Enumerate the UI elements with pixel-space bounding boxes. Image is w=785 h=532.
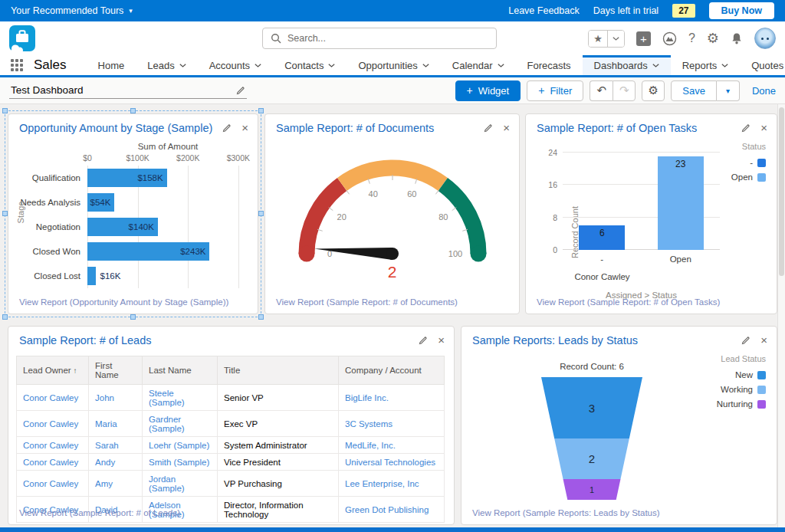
save-dropdown-button[interactable]: ▾ [717,80,740,101]
bar[interactable]: $54K [87,193,114,212]
tab-opportunities[interactable]: Opportunities [347,55,440,75]
tab-calendar[interactable]: Calendar [441,55,516,75]
tab-dashboards[interactable]: Dashboards [583,55,671,75]
legend-item[interactable]: Working [717,385,766,394]
tab-reports[interactable]: Reports [671,55,741,75]
table-cell-link[interactable]: Lee Enterprise, Inc [339,471,445,497]
funnel-segment[interactable]: 1 [541,479,642,500]
column-header[interactable]: Lead Owner ↑ [17,356,89,385]
table-cell-link[interactable]: Conor Cawley [17,437,89,454]
table-cell-link[interactable]: 3C Systems [339,411,445,437]
resize-handle[interactable] [2,314,8,320]
resize-handle[interactable] [2,108,8,113]
undo-button[interactable]: ↶ [590,80,613,101]
view-report-link[interactable]: View Report (Sample Report: # of Open Ta… [537,297,720,307]
bar[interactable]: $158K [87,169,167,187]
widget-number-of-documents[interactable]: Sample Report: # of Documents × 02040608… [264,113,520,314]
view-report-link[interactable]: View Report (Sample Report: # of Leads) [19,508,180,517]
remove-widget-icon[interactable]: × [503,122,510,133]
tab-quotes[interactable]: Quotes [740,55,785,75]
tab-contacts[interactable]: Contacts [273,55,347,75]
view-report-link[interactable]: View Report (Sample Reports: Leads by St… [472,508,660,517]
table-cell-link[interactable]: Gardner (Sample) [143,411,218,437]
column-header[interactable]: First Name [89,356,143,385]
user-avatar[interactable] [754,28,776,49]
tab-leads[interactable]: Leads [136,55,197,75]
bar[interactable]: 23 [658,156,704,250]
widget-opportunity-amount-by-stage[interactable]: Opportunity Amount by Stage (Sample) × S… [8,113,258,314]
save-button[interactable]: Save [671,80,717,101]
widget-number-of-open-tasks[interactable]: Sample Report: # of Open Tasks × Status … [525,113,777,314]
resize-handle[interactable] [258,211,264,216]
legend-item[interactable]: Open [731,172,766,182]
leave-feedback-link[interactable]: Leave Feedback [508,5,579,16]
table-cell-link[interactable]: MedLife, Inc. [339,437,445,454]
table-cell-link[interactable]: Conor Cawley [17,471,89,497]
funnel-segment[interactable]: 3 [541,377,642,438]
legend-item[interactable]: New [717,370,766,379]
remove-widget-icon[interactable]: × [760,122,767,133]
table-cell-link[interactable]: Conor Cawley [17,411,89,437]
edit-widget-pencil-icon[interactable] [741,336,751,345]
edit-widget-pencil-icon[interactable] [741,123,751,133]
widget-number-of-leads[interactable]: Sample Report: # of Leads × Lead Owner ↑… [8,326,455,525]
table-cell-link[interactable]: Smith (Sample) [143,454,218,471]
trailhead-guidance-icon[interactable] [662,31,677,46]
table-cell-link[interactable]: Conor Cawley [17,454,89,471]
recommended-tours-menu[interactable]: Your Recommended Tours ▾ [11,5,133,16]
done-button[interactable]: Done [752,85,776,97]
table-cell-link[interactable]: BigLife Inc. [339,385,445,411]
redo-button[interactable]: ↷ [613,80,636,101]
edit-widget-pencil-icon[interactable] [222,123,232,133]
tab-accounts[interactable]: Accounts [198,55,273,75]
legend-item[interactable]: Nurturing [717,399,766,409]
table-cell-link[interactable]: John [89,385,143,411]
legend-item[interactable]: - [731,158,766,167]
tab-home[interactable]: Home [87,55,136,75]
bar[interactable]: $243K [87,242,209,261]
add-widget-button[interactable]: + Widget [455,80,521,101]
table-cell-link[interactable]: Jordan (Sample) [143,471,218,497]
scrollbar-thumb[interactable] [779,107,784,276]
tab-forecasts[interactable]: Forecasts [516,55,583,75]
notifications-bell-icon[interactable] [731,32,743,45]
vertical-scrollbar[interactable] [777,104,785,527]
resize-handle[interactable] [130,314,136,320]
resize-handle[interactable] [2,211,8,216]
favorites-dropdown-button[interactable] [607,31,624,47]
column-header[interactable]: Title [218,356,339,385]
bar[interactable] [87,267,96,285]
search-input[interactable] [287,33,488,44]
funnel-segment[interactable]: 2 [541,438,642,479]
resize-handle[interactable] [258,314,264,320]
resize-handle[interactable] [130,108,136,113]
dashboard-name-field[interactable]: Test Dashboard [9,82,247,99]
table-cell-link[interactable]: Steele (Sample) [143,385,218,411]
resize-handle[interactable] [258,108,264,113]
view-report-link[interactable]: View Report (Sample Report: # of Documen… [276,297,458,307]
global-actions-button[interactable]: + [636,31,651,46]
remove-widget-icon[interactable]: × [241,122,248,133]
table-cell-link[interactable]: Andy [89,454,143,471]
edit-widget-pencil-icon[interactable] [484,123,493,133]
view-report-link[interactable]: View Report (Opportunity Amount by Stage… [19,297,228,307]
widget-leads-by-status[interactable]: Sample Reports: Leads by Status × Record… [461,326,777,525]
table-cell-link[interactable]: Maria [89,411,143,437]
table-cell-link[interactable]: Sarah [89,437,143,454]
help-icon[interactable]: ? [688,31,695,45]
dashboard-properties-button[interactable]: ⚙ [642,80,665,101]
global-search[interactable] [262,28,497,49]
remove-widget-icon[interactable]: × [760,334,767,346]
edit-name-pencil-icon[interactable] [236,86,245,95]
add-filter-button[interactable]: + Filter [527,80,583,101]
table-cell-link[interactable]: Conor Cawley [17,385,89,411]
table-cell-link[interactable]: Universal Technologies [339,454,445,471]
app-launcher-icon[interactable] [11,59,23,71]
column-header[interactable]: Last Name [143,356,218,385]
salesforce-app-logo[interactable] [9,25,35,51]
table-cell-link[interactable]: Green Dot Publishing [339,497,445,523]
table-cell-link[interactable]: Amy [89,471,143,497]
favorites-star-button[interactable]: ★ [589,31,607,47]
buy-now-button[interactable]: Buy Now [709,2,774,19]
column-header[interactable]: Company / Account [339,356,445,385]
